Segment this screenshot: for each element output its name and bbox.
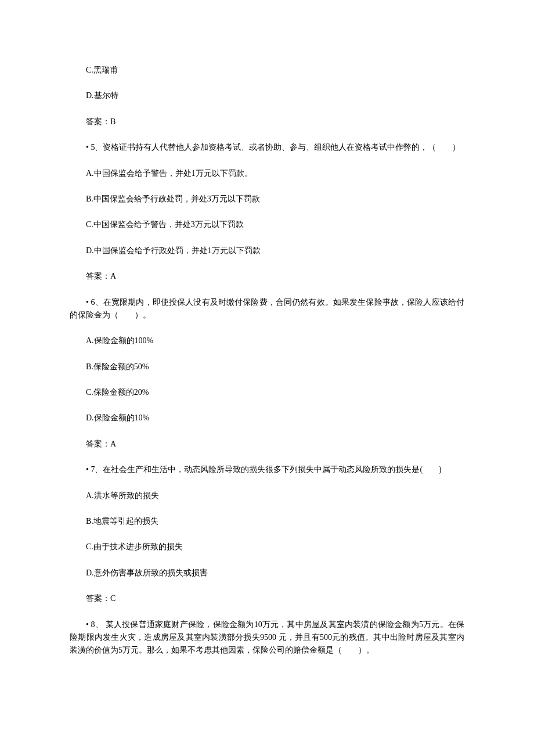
- question-5-option-d: D.中国保监会给予行政处罚，并处1万元以下罚款: [70, 244, 464, 257]
- question-6-option-a: A.保险金额的100%: [70, 334, 464, 347]
- question-8-text: • 8、 某人投保普通家庭财产保险，保险金额为10万元，其中房屋及其室内装潢的保…: [70, 618, 464, 657]
- question-5-option-b: B.中国保监会给予行政处罚，并处3万元以下罚款: [70, 193, 464, 206]
- question-5-option-a: A.中国保监会给予警告，并处1万元以下罚款。: [70, 167, 464, 180]
- question-6-option-b: B.保险金额的50%: [70, 361, 464, 373]
- question-7-option-d: D.意外伤害事故所致的损失或损害: [70, 567, 464, 579]
- question-5-text: • 5、资格证书持有人代替他人参加资格考试、或者协助、参与、组织他人在资格考试中…: [70, 141, 464, 154]
- question-5-option-c: C.中国保监会给予警告，并处3万元以下罚款: [70, 218, 464, 231]
- question-7-option-a: A.洪水等所致的损失: [70, 489, 464, 502]
- question-7-answer: 答案：C: [70, 592, 464, 605]
- question-7-text: • 7、在社会生产和生活中，动态风险所导致的损失很多下列损失中属于动态风险所致的…: [70, 463, 464, 476]
- question-6-answer: 答案：A: [70, 438, 464, 451]
- question-7-option-b: B.地震等引起的损失: [70, 515, 464, 528]
- question-4-option-d: D.基尔特: [70, 89, 464, 102]
- question-5-answer: 答案：A: [70, 270, 464, 283]
- question-4-answer: 答案：B: [70, 116, 464, 128]
- question-6-option-c: C.保险金额的20%: [70, 386, 464, 399]
- question-6-option-d: D.保险金额的10%: [70, 412, 464, 424]
- question-6-text: • 6、在宽限期内，即使投保人没有及时缴付保险费，合同仍然有效。如果发生保险事故…: [70, 296, 464, 322]
- question-7-option-c: C.由于技术进步所致的损失: [70, 541, 464, 553]
- question-4-option-c: C.黑瑞甫: [70, 64, 464, 77]
